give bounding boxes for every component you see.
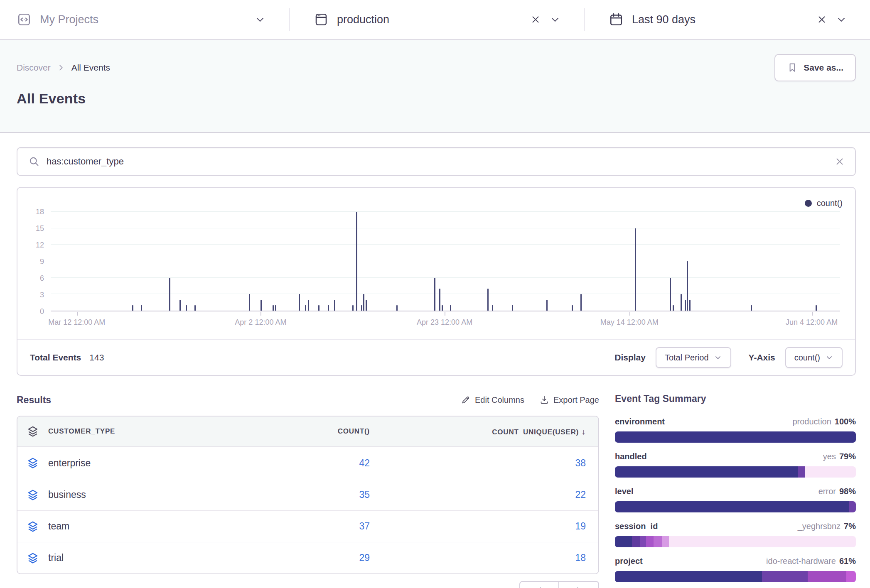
count-link[interactable]: 35 bbox=[245, 489, 370, 500]
table-row: team 37 19 bbox=[17, 510, 598, 542]
chart-bar bbox=[328, 305, 329, 311]
breadcrumb-discover[interactable]: Discover bbox=[17, 63, 51, 73]
chart-gridline bbox=[51, 211, 840, 212]
breadcrumb-current: All Events bbox=[71, 63, 110, 73]
chart-bar bbox=[546, 300, 548, 311]
tag-bar-segment bbox=[798, 466, 805, 478]
tag-distribution-bar[interactable] bbox=[615, 536, 856, 547]
tag-bar-segment bbox=[615, 431, 856, 443]
tag-distribution-bar[interactable] bbox=[615, 466, 856, 478]
event-tag-summary: Event Tag Summary environment production… bbox=[615, 391, 856, 588]
chart-legend[interactable]: count() bbox=[805, 198, 843, 208]
main-content: count() 0369121518 Mar 12 12:00 AMApr 2 … bbox=[0, 133, 870, 588]
column-header-customer-type[interactable]: CUSTOMER_TYPE bbox=[48, 427, 245, 436]
tag-list: environment production100% handled yes79… bbox=[615, 417, 856, 582]
environment-selector[interactable]: production bbox=[290, 0, 584, 39]
chart-gridline bbox=[51, 244, 840, 245]
tag-top-value: _yeghrsbnz7% bbox=[798, 522, 856, 531]
x-tick-mark bbox=[812, 312, 813, 316]
events-chart-card: count() 0369121518 Mar 12 12:00 AMApr 2 … bbox=[17, 187, 856, 376]
y-axis-select-value: count() bbox=[794, 353, 820, 363]
chart-bar bbox=[751, 305, 752, 311]
chart-footer: Total Events 143 Display Total Period Y-… bbox=[17, 339, 855, 375]
window-icon bbox=[314, 12, 329, 27]
legend-dot-icon bbox=[805, 200, 812, 207]
table-row: trial 29 18 bbox=[17, 542, 598, 573]
project-selector[interactable]: My Projects bbox=[0, 0, 289, 39]
export-page-button[interactable]: Export Page bbox=[539, 395, 599, 405]
edit-columns-button[interactable]: Edit Columns bbox=[461, 395, 524, 405]
count-unique-user-link[interactable]: 19 bbox=[370, 521, 586, 532]
environment-selector-label: production bbox=[337, 13, 389, 26]
search-input[interactable] bbox=[47, 156, 834, 167]
count-link[interactable]: 42 bbox=[245, 458, 370, 469]
calendar-icon bbox=[609, 12, 624, 27]
display-select[interactable]: Total Period bbox=[656, 347, 731, 368]
chart-bar bbox=[132, 305, 133, 311]
count-unique-user-link[interactable]: 38 bbox=[370, 458, 586, 469]
download-icon bbox=[539, 395, 549, 405]
chart-bar bbox=[275, 305, 276, 311]
tag-bar-segment bbox=[669, 536, 856, 547]
y-tick-label: 9 bbox=[40, 257, 44, 266]
y-tick-label: 6 bbox=[40, 274, 44, 282]
column-header-count[interactable]: COUNT() bbox=[245, 427, 370, 436]
tag-top-value: ido-react-hardware61% bbox=[766, 556, 856, 566]
tag-bar-segment bbox=[615, 466, 798, 478]
customer-type-cell: trial bbox=[48, 552, 245, 564]
chart-x-axis: Mar 12 12:00 AMApr 2 12:00 AMApr 23 12:0… bbox=[51, 318, 840, 329]
stack-icon bbox=[17, 457, 48, 469]
previous-page-button[interactable] bbox=[519, 581, 559, 588]
x-tick-mark bbox=[629, 312, 630, 316]
count-unique-user-link[interactable]: 18 bbox=[370, 552, 586, 564]
customer-type-cell: team bbox=[48, 521, 245, 532]
chart-gridline bbox=[51, 261, 840, 261]
tag-name: level bbox=[615, 487, 633, 496]
pagination bbox=[17, 581, 599, 588]
table-header-row: CUSTOMER_TYPE COUNT() COUNT_UNIQUE(USER)… bbox=[17, 416, 598, 447]
next-page-button[interactable] bbox=[559, 581, 599, 588]
project-selector-label: My Projects bbox=[40, 13, 98, 26]
chart-bar bbox=[169, 278, 170, 311]
count-unique-user-link[interactable]: 22 bbox=[370, 489, 586, 500]
tag-bar-segment bbox=[846, 571, 856, 582]
total-events-value: 143 bbox=[89, 353, 104, 363]
chevron-down-icon bbox=[836, 14, 847, 25]
chevron-down-icon bbox=[549, 14, 561, 25]
chart-bar bbox=[249, 294, 250, 311]
count-link[interactable]: 37 bbox=[245, 521, 370, 532]
display-label: Display bbox=[614, 353, 646, 363]
tag-bar-segment bbox=[654, 536, 662, 547]
clear-search-icon[interactable] bbox=[834, 156, 845, 167]
chart-bar bbox=[572, 305, 573, 311]
clear-date-icon[interactable] bbox=[816, 14, 827, 25]
tag-name: environment bbox=[615, 417, 665, 426]
total-events-label: Total Events bbox=[30, 353, 81, 363]
count-link[interactable]: 29 bbox=[245, 552, 370, 564]
clear-environment-icon[interactable] bbox=[530, 14, 541, 25]
chevron-right-icon bbox=[57, 63, 66, 72]
column-header-count-unique-user[interactable]: COUNT_UNIQUE(USER)↓ bbox=[370, 427, 586, 436]
x-tick-label: Jun 4 12:00 AM bbox=[786, 318, 838, 327]
chevron-down-icon bbox=[825, 353, 833, 362]
date-range-selector[interactable]: Last 90 days bbox=[585, 0, 870, 39]
tag-bar-segment bbox=[615, 536, 632, 547]
chart-plot[interactable] bbox=[51, 212, 840, 311]
tag-distribution-bar[interactable] bbox=[615, 571, 856, 582]
chart-bar bbox=[352, 305, 354, 311]
y-axis-select[interactable]: count() bbox=[785, 347, 843, 368]
tag-bar-segment bbox=[808, 571, 846, 582]
tag-distribution-bar[interactable] bbox=[615, 501, 856, 512]
tag-bar-segment bbox=[805, 466, 856, 478]
chart-bar bbox=[450, 305, 451, 311]
tag-distribution-bar[interactable] bbox=[615, 431, 856, 443]
tag-bar-segment bbox=[640, 536, 646, 547]
chart-bar bbox=[487, 289, 489, 311]
table-body: enterprise 42 38 business 35 22 team 37 … bbox=[17, 447, 598, 573]
chart-bar bbox=[141, 305, 142, 311]
chevron-right-icon bbox=[574, 586, 583, 588]
save-as-button[interactable]: Save as... bbox=[774, 54, 856, 81]
chevron-down-icon bbox=[714, 353, 722, 362]
chart-bar bbox=[308, 300, 309, 311]
tag-bar-segment bbox=[849, 501, 856, 512]
